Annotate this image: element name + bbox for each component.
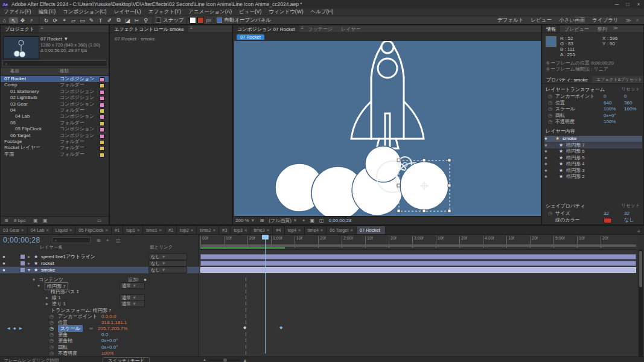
frame-blending-icon[interactable]: ◫ (116, 238, 121, 243)
shape-tool-icon[interactable]: ▭ (78, 17, 87, 24)
project-row[interactable]: Compフォルダー (1, 82, 109, 88)
twirl-icon[interactable]: ▸ (28, 253, 30, 260)
camera-tool-icon[interactable]: ⌖ (60, 17, 69, 24)
label-color[interactable] (100, 77, 104, 82)
project-row[interactable]: 04 Labコンポジション (1, 113, 109, 119)
property-row[interactable]: ◷ スケール 100% 100% (548, 106, 642, 112)
timeline-tab[interactable]: 06 Target× (327, 226, 357, 234)
zoom-out-mountain-icon[interactable]: ▲ (203, 358, 206, 361)
stopwatch-icon[interactable]: ◷ (548, 106, 552, 112)
work-area-bar[interactable] (200, 244, 636, 247)
contents-item[interactable]: ● ★ 楕円形 6 (544, 148, 642, 154)
project-row[interactable]: 06 Targetコンポジション (1, 133, 109, 139)
project-row[interactable]: 05 FlipClockコンポジション (1, 126, 109, 132)
eye-icon[interactable]: ● (544, 155, 547, 160)
timeline-tab[interactable]: top4× (285, 226, 305, 234)
tab-footage-viewer[interactable]: フッテージ (304, 25, 337, 33)
menu-layer[interactable]: レイヤー(L) (110, 8, 145, 16)
close-icon[interactable]: × (267, 226, 269, 234)
shape-property-row[interactable]: 線のカラー なし (548, 217, 642, 223)
project-row[interactable]: 04フォルダー (1, 107, 109, 113)
menu-edit[interactable]: 編集(E) (35, 8, 59, 16)
shape-reset-link[interactable]: リセット (621, 203, 640, 209)
workspace-overflow-icon[interactable]: ≫ (622, 17, 635, 24)
fill-color-swatch[interactable] (190, 17, 196, 24)
column-parent-link[interactable]: 親とリンク (150, 244, 173, 250)
roto-brush-tool-icon[interactable]: ✂ (132, 17, 141, 24)
close-icon[interactable]: × (350, 226, 352, 234)
label-color[interactable] (100, 134, 104, 139)
close-icon[interactable]: × (159, 226, 162, 234)
workspace-small-screen[interactable]: 小さい画面 (555, 17, 588, 24)
interpret-footage-icon[interactable]: ⊞ (4, 218, 8, 223)
transparency-grid-icon[interactable]: ▣ (310, 218, 314, 223)
parent-link-dropdown[interactable]: なし ▼ (148, 260, 187, 267)
composition-mini-flowchart-icon[interactable]: ⊞ (97, 238, 101, 243)
project-row[interactable]: 02 LightBulbコンポジション (1, 95, 109, 101)
layer-bar-selected[interactable] (200, 267, 636, 273)
timeline-tab-active[interactable]: 07 Rocket (357, 226, 386, 234)
eye-icon[interactable]: ● (544, 136, 547, 141)
timeline-tab[interactable]: #4 (273, 226, 284, 234)
project-row[interactable]: 01 Stationeryコンポジション (1, 89, 109, 95)
composition-canvas[interactable] (234, 41, 541, 217)
stopwatch-icon[interactable]: ◷ (548, 119, 552, 124)
menu-help[interactable]: ヘルプ(H) (307, 8, 337, 16)
panel-menu-icon[interactable]: ≡ (190, 25, 193, 33)
tab-align[interactable]: 整列 (593, 25, 611, 33)
layer-bar[interactable] (200, 254, 636, 259)
column-layer-name[interactable]: レイヤー名 (40, 244, 63, 250)
project-row[interactable]: 03 Gearコンポジション (1, 101, 109, 107)
twirl-icon[interactable]: ▾ (28, 267, 30, 273)
timeline-tab[interactable]: top2× (177, 226, 197, 234)
close-button[interactable]: × (633, 1, 644, 7)
layer-row[interactable]: ● ▸ ★ speed line1アウトライン なし ▼ (0, 253, 199, 260)
stopwatch-icon[interactable]: ◷ (49, 350, 54, 357)
timeline-tab[interactable]: #3 (219, 226, 231, 234)
close-icon[interactable]: × (320, 226, 323, 234)
timeline-tab[interactable]: #2 (165, 226, 177, 234)
property-row[interactable]: ◷ アンカーポイント 0 0 (548, 94, 642, 100)
project-row[interactable]: Rocket レイヤーフォルダー (1, 145, 109, 151)
stopwatch-icon[interactable]: ◷ (548, 94, 552, 99)
layer-row-selected[interactable]: ● ▾ ★ smoke なし ▼ (0, 267, 199, 273)
label-color[interactable] (100, 83, 104, 88)
blend-mode-dropdown[interactable]: 通常 ▼ (120, 300, 145, 307)
workspace-search-icon[interactable]: ⌕ (635, 17, 644, 24)
resolution-dropdown-icon[interactable]: ▼ (293, 218, 298, 223)
stopwatch-icon[interactable]: ◷ (49, 337, 54, 344)
tab-effect-controls[interactable]: エフェクトコントロール smoke (110, 25, 188, 33)
contents-item[interactable]: ● ★ smoke (544, 136, 642, 142)
column-type[interactable]: 種類 (60, 68, 69, 74)
type-tool-icon[interactable]: T (96, 17, 105, 24)
eye-icon[interactable]: ● (544, 168, 547, 173)
new-folder-icon[interactable]: ▣ (33, 218, 38, 223)
eye-icon[interactable]: ● (2, 253, 5, 260)
timeline-tab[interactable]: Liquid× (53, 226, 75, 234)
column-name[interactable]: 名前 (10, 68, 19, 74)
draft-3d-icon[interactable]: ⌖ (106, 238, 109, 244)
twirl-icon[interactable]: ▸ (28, 260, 30, 267)
workspace-default[interactable]: デフォルト (494, 17, 528, 24)
minimize-button[interactable]: ─ (611, 1, 622, 7)
twirl-icon[interactable]: ▸ (46, 300, 48, 307)
label-color[interactable] (100, 153, 104, 157)
label-color[interactable] (100, 127, 104, 132)
parent-link-dropdown[interactable]: なし ▼ (148, 267, 187, 273)
workspace-review[interactable]: レビュー (528, 17, 556, 24)
layer-transform-header[interactable]: レイヤートランスフォーム (546, 86, 605, 93)
menu-view[interactable]: ビュー(V) (235, 8, 265, 16)
tab-info[interactable]: 情報 (542, 25, 560, 33)
zoom-dropdown-icon[interactable]: ▼ (250, 218, 255, 223)
close-icon[interactable]: × (244, 226, 247, 234)
zoom-level[interactable]: 200 % (235, 218, 249, 223)
property-value[interactable]: 100% (101, 350, 113, 357)
timeline-tab[interactable]: time4× (305, 226, 327, 234)
menu-composition[interactable]: コンポジション(C) (59, 8, 110, 16)
timeline-tab[interactable]: time1× (143, 226, 165, 234)
timeline-tab[interactable]: 03 Gear× (0, 226, 28, 234)
eye-icon[interactable]: ● (544, 174, 547, 179)
tab-layer-viewer[interactable]: レイヤー (337, 25, 365, 33)
eye-icon[interactable]: ● (544, 148, 547, 154)
viewer-timecode[interactable]: 0;00;00;28 (329, 218, 352, 223)
